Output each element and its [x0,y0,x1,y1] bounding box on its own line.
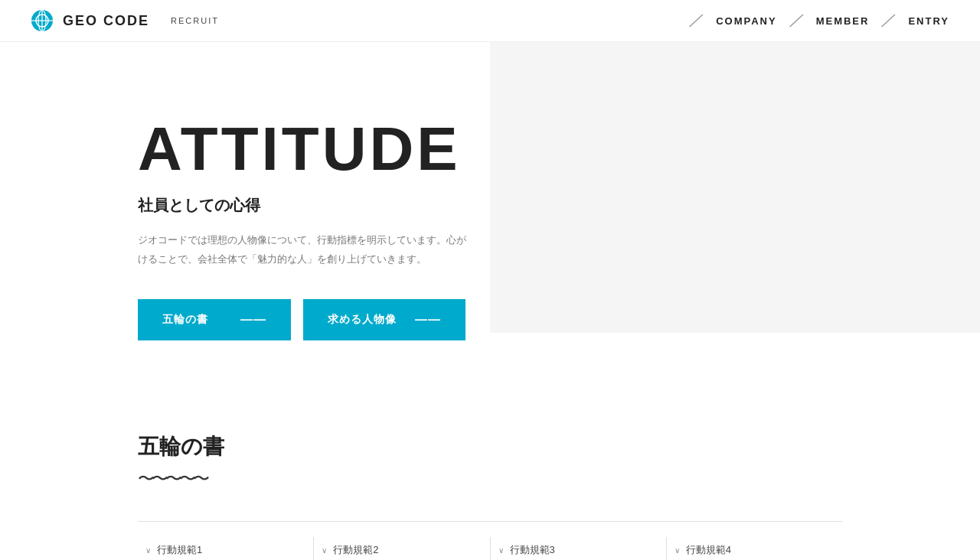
nav-slash-1: ╱ [690,11,704,30]
nav-slash-3: ╱ [882,11,896,30]
hero-subtitle: 社員としての心得 [138,195,475,216]
rule-item-4[interactable]: ∨ 行動規範4 [667,537,842,560]
rule-label-2: 行動規範2 [333,543,378,557]
rule-chevron-1: ∨ [145,546,151,555]
rules-row: ∨ 行動規範1 ∨ 行動規範2 ∨ 行動規範3 ∨ 行動規範4 [138,521,842,560]
gorinsho-title: 五輪の書 [138,432,842,461]
btn-gorinsho[interactable]: 五輪の書 —— [138,299,291,340]
hero-buttons: 五輪の書 —— 求める人物像 —— [138,299,475,340]
hero-title: ATTITUDE [138,119,475,180]
recruit-label: RECRUIT [171,16,219,25]
rule-label-3: 行動規範3 [510,543,555,557]
hero-section: ATTITUDE 社員としての心得 ジオコードでは理想の人物像について、行動指標… [0,42,980,386]
btn-persona[interactable]: 求める人物像 —— [303,299,466,340]
btn-gorinsho-label: 五輪の書 [162,313,208,327]
rule-chevron-4: ∨ [675,546,680,555]
nav-member[interactable]: MEMBER [816,15,870,27]
nav-slash-2: ╱ [789,11,803,30]
hero-background-rect [490,42,980,333]
nav-entry[interactable]: ENTRY [908,15,949,27]
section-wave-decoration: 〜〜〜〜〜 [138,467,842,490]
hero-content: ATTITUDE 社員としての心得 ジオコードでは理想の人物像について、行動指標… [138,88,475,340]
rule-chevron-3: ∨ [498,546,504,555]
rule-item-1[interactable]: ∨ 行動規範1 [138,537,314,560]
logo-text: GEO CODE [63,13,149,29]
logo-area: GEO CODE RECRUIT [31,9,219,32]
rule-item-3[interactable]: ∨ 行動規範3 [491,537,667,560]
rule-chevron-2: ∨ [322,546,327,555]
main-nav: ╱ COMPANY ╱ MEMBER ╱ ENTRY [677,12,949,29]
gorinsho-section: 五輪の書 〜〜〜〜〜 ∨ 行動規範1 ∨ 行動規範2 ∨ 行動規範3 ∨ 行動規… [0,386,980,560]
rule-label-4: 行動規範4 [686,543,731,557]
hero-description: ジオコードでは理想の人物像について、行動指標を明示しています。心がけることで、会… [138,231,475,269]
btn-persona-label: 求める人物像 [328,313,397,327]
btn-gorinsho-arrow: —— [240,313,266,327]
site-header: GEO CODE RECRUIT ╱ COMPANY ╱ MEMBER ╱ EN… [0,0,980,42]
logo-icon [31,9,54,32]
nav-company[interactable]: COMPANY [716,15,776,27]
wave-icon: 〜〜〜〜〜 [138,467,207,490]
btn-persona-arrow: —— [415,313,441,327]
rule-label-1: 行動規範1 [157,543,202,557]
rule-item-2[interactable]: ∨ 行動規範2 [314,537,490,560]
